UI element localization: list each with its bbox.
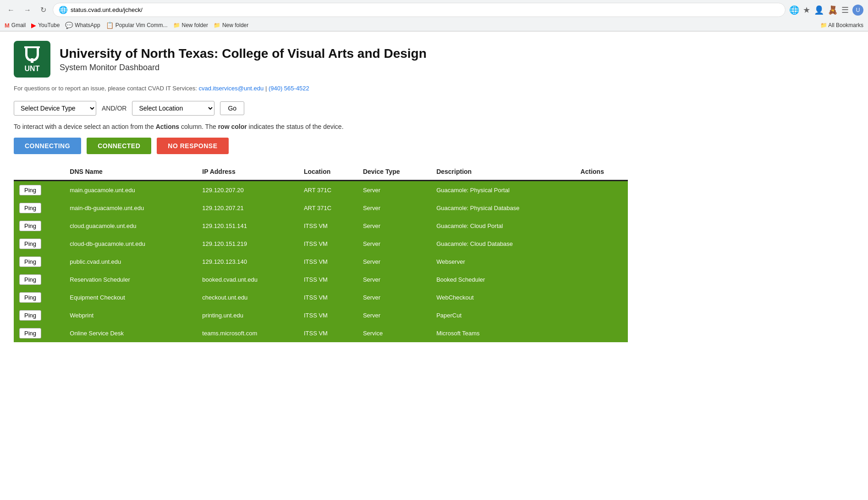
forward-button[interactable]: → <box>21 4 34 16</box>
and-or-label: AND/OR <box>102 105 126 112</box>
ping-cell: Ping <box>14 217 64 235</box>
back-button[interactable]: ← <box>5 4 17 16</box>
ping-cell: Ping <box>14 289 64 306</box>
actions-label: Actions <box>156 123 179 130</box>
ip-cell: teams.microsoft.com <box>197 324 298 342</box>
vim-icon: 📋 <box>106 22 114 29</box>
profile-icon[interactable]: 👤 <box>814 5 824 15</box>
avatar-icon[interactable]: U <box>852 5 863 16</box>
actions-cell <box>575 253 628 271</box>
bookmark-gmail[interactable]: M Gmail <box>5 22 26 29</box>
connecting-badge: CONNECTING <box>14 138 81 154</box>
description-cell: Microsoft Teams <box>431 324 575 342</box>
translate-toolbar-icon[interactable]: 🌐 <box>789 5 799 15</box>
ping-cell: Ping <box>14 306 64 324</box>
page-header: UNT University of North Texas: College o… <box>14 41 628 78</box>
col-actions-header <box>14 163 64 181</box>
description-cell: Booked Scheduler <box>431 271 575 289</box>
col-dns-header: DNS Name <box>64 163 197 181</box>
bookmark-whatsapp[interactable]: 💬 WhatsApp <box>65 22 100 29</box>
bookmark-folder-2[interactable]: 📁 New folder <box>214 22 248 28</box>
extension-icon[interactable]: 🧸 <box>828 5 838 15</box>
contact-email-link[interactable]: cvad.itservices@unt.edu <box>198 85 264 92</box>
all-bookmarks-label: All Bookmarks <box>828 22 863 28</box>
folder-2-icon: 📁 <box>214 22 220 28</box>
unt-logo-svg <box>21 45 44 64</box>
dns-cell: cloud-db-guacamole.unt.edu <box>64 235 197 253</box>
col-device-type-header: Device Type <box>357 163 431 181</box>
table-header-row: DNS Name IP Address Location Device Type… <box>14 163 628 181</box>
ping-button[interactable]: Ping <box>19 274 41 285</box>
device-table: DNS Name IP Address Location Device Type… <box>14 163 628 342</box>
location-cell: ART 371C <box>298 199 357 217</box>
browser-chrome: ← → ↻ 🌐 🌐 ★ 👤 🧸 ☰ U M Gmail ▶ YouTube 💬 … <box>0 0 868 32</box>
translate-icon: 🌐 <box>59 6 68 14</box>
ip-cell: checkout.unt.edu <box>197 289 298 306</box>
table-header: DNS Name IP Address Location Device Type… <box>14 163 628 181</box>
browser-icons: 🌐 ★ 👤 🧸 ☰ U <box>789 5 863 16</box>
description-cell: Guacamole: Physical Database <box>431 199 575 217</box>
instructions-text-2: column. The <box>179 123 218 130</box>
actions-cell <box>575 181 628 200</box>
ip-cell: booked.cvad.unt.edu <box>197 271 298 289</box>
row-color-label: row color <box>218 123 247 130</box>
gmail-icon: M <box>5 22 10 29</box>
ip-cell: 129.120.207.21 <box>197 199 298 217</box>
ip-cell: 129.120.207.20 <box>197 181 298 200</box>
bookmark-youtube[interactable]: ▶ YouTube <box>31 22 60 29</box>
extensions-button[interactable]: ☰ <box>841 5 849 15</box>
header-text: University of North Texas: College of Vi… <box>60 46 427 72</box>
actions-cell <box>575 306 628 324</box>
bookmark-vim-label: Popular Vim Comm... <box>115 22 168 28</box>
location-cell: ITSS VM <box>298 324 357 342</box>
actions-cell <box>575 199 628 217</box>
ping-button[interactable]: Ping <box>19 310 41 321</box>
table-row: Pingmain-db-guacamole.unt.edu129.120.207… <box>14 199 628 217</box>
ping-button[interactable]: Ping <box>19 256 41 267</box>
ping-cell: Ping <box>14 271 64 289</box>
bookmark-folder-2-label: New folder <box>222 22 248 28</box>
folder-1-icon: 📁 <box>173 22 180 28</box>
go-button[interactable]: Go <box>220 101 244 115</box>
location-cell: ITSS VM <box>298 217 357 235</box>
filter-row: Select Device Type Server Service Printe… <box>14 101 628 116</box>
table-row: Pingcloud-db-guacamole.unt.edu129.120.15… <box>14 235 628 253</box>
actions-cell <box>575 235 628 253</box>
col-description-header: Description <box>431 163 575 181</box>
bookmark-star-icon[interactable]: ★ <box>803 5 810 15</box>
device-type-select[interactable]: Select Device Type Server Service Printe… <box>14 101 96 116</box>
bookmark-whatsapp-label: WhatsApp <box>75 22 100 28</box>
bookmark-vim[interactable]: 📋 Popular Vim Comm... <box>106 22 168 29</box>
address-bar[interactable]: 🌐 <box>53 3 786 17</box>
table-row: PingOnline Service Deskteams.microsoft.c… <box>14 324 628 342</box>
address-input[interactable] <box>71 6 780 13</box>
table-row: Pingmain.guacamole.unt.edu129.120.207.20… <box>14 181 628 200</box>
ip-cell: printing.unt.edu <box>197 306 298 324</box>
ping-button[interactable]: Ping <box>19 292 41 303</box>
contact-phone-link[interactable]: (940) 565-4522 <box>269 85 309 92</box>
location-cell: ITSS VM <box>298 271 357 289</box>
dns-cell: main-db-guacamole.unt.edu <box>64 199 197 217</box>
ping-cell: Ping <box>14 253 64 271</box>
description-cell: Guacamole: Cloud Database <box>431 235 575 253</box>
device-type-cell: Service <box>357 324 431 342</box>
location-select[interactable]: Select Location ART 371C ITSS VM <box>132 101 214 116</box>
bookmark-folder-1-label: New folder <box>182 22 208 28</box>
bookmark-youtube-label: YouTube <box>38 22 60 28</box>
ping-button[interactable]: Ping <box>19 239 41 249</box>
description-cell: WebCheckout <box>431 289 575 306</box>
reload-button[interactable]: ↻ <box>38 4 49 16</box>
ping-button[interactable]: Ping <box>19 185 41 195</box>
ping-button[interactable]: Ping <box>19 221 41 231</box>
all-bookmarks[interactable]: 📁 All Bookmarks <box>820 22 863 28</box>
table-row: Pingpublic.cvad.unt.edu129.120.123.140IT… <box>14 253 628 271</box>
bookmark-folder-1[interactable]: 📁 New folder <box>173 22 208 28</box>
ping-button[interactable]: Ping <box>19 328 41 339</box>
actions-cell <box>575 324 628 342</box>
no-response-badge: NO RESPONSE <box>157 138 228 154</box>
ping-cell: Ping <box>14 324 64 342</box>
unt-text: UNT <box>25 65 40 73</box>
ping-button[interactable]: Ping <box>19 203 41 213</box>
device-type-cell: Server <box>357 306 431 324</box>
dns-cell: public.cvad.unt.edu <box>64 253 197 271</box>
